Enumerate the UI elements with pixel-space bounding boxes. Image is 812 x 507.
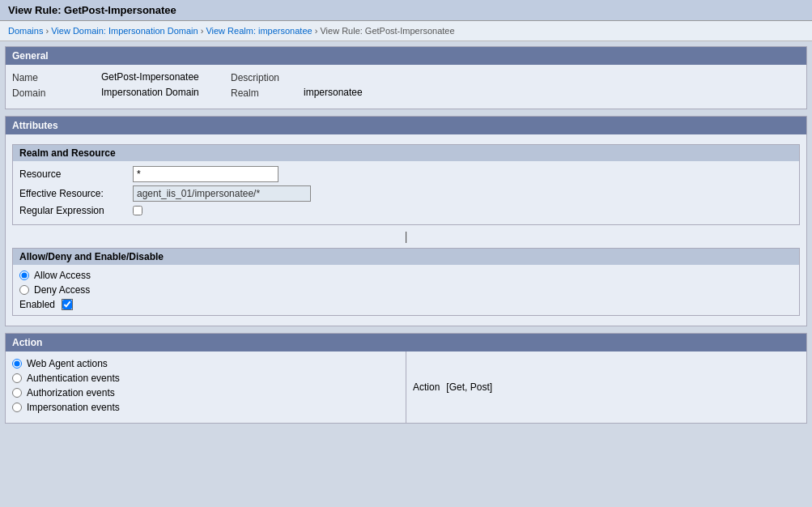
name-label: Name (12, 71, 101, 83)
impersonation-events-radio[interactable] (12, 403, 22, 412)
action-radio-row-2: Authorization events (12, 387, 399, 398)
regular-expression-row: Regular Expression (19, 205, 793, 216)
breadcrumb: Domains › View Domain: Impersonation Dom… (0, 21, 812, 41)
effective-resource-input[interactable] (133, 185, 311, 202)
breadcrumb-current: View Rule: GetPost-Impersonatee (320, 26, 454, 36)
resource-input[interactable] (133, 166, 278, 182)
breadcrumb-link-domains[interactable]: Domains (8, 26, 43, 36)
realm-value: impersonatee (304, 87, 363, 98)
web-agent-radio[interactable] (12, 359, 22, 369)
realm-resource-header: Realm and Resource (13, 145, 799, 161)
enabled-checkbox-container (62, 299, 73, 310)
general-header: General (6, 47, 806, 65)
auth-events-radio[interactable] (12, 373, 22, 383)
breadcrumb-link-realm[interactable]: View Realm: impersonatee (206, 26, 312, 36)
deny-access-label: Deny Access (34, 284, 90, 296)
title-bar: View Rule: GetPost-Impersonatee (0, 0, 812, 21)
enabled-label: Enabled (19, 299, 55, 310)
realm-resource-body: Resource Effective Resource: Regular Exp… (13, 161, 799, 224)
general-row-1: Name GetPost-Impersonatee Description (12, 71, 800, 83)
enabled-checkbox[interactable] (62, 300, 72, 309)
authz-events-radio[interactable] (12, 388, 22, 398)
action-section: Action Web Agent actions Authentication … (5, 333, 807, 424)
effective-resource-label: Effective Resource: (19, 188, 133, 199)
action-left: Web Agent actions Authentication events … (6, 351, 406, 423)
realm-label: Realm (231, 87, 304, 99)
impersonation-events-label: Impersonation events (27, 402, 120, 413)
main-content: General Name GetPost-Impersonatee Descri… (0, 41, 812, 435)
deny-access-radio[interactable] (19, 285, 29, 295)
action-radio-row-1: Authentication events (12, 373, 399, 384)
action-body: Web Agent actions Authentication events … (6, 351, 806, 423)
allow-access-row: Allow Access (19, 270, 793, 281)
action-header: Action (6, 334, 806, 351)
allow-access-radio[interactable] (19, 271, 29, 280)
allow-deny-header: Allow/Deny and Enable/Disable (13, 249, 799, 265)
general-section: General Name GetPost-Impersonatee Descri… (5, 46, 807, 109)
name-value: GetPost-Impersonatee (101, 71, 231, 83)
allow-deny-subsection: Allow/Deny and Enable/Disable Allow Acce… (12, 248, 800, 316)
authz-events-label: Authorization events (27, 387, 115, 398)
general-body: Name GetPost-Impersonatee Description Do… (6, 65, 806, 109)
action-right: Action [Get, Post] (406, 351, 806, 423)
general-row-2: Domain Impersonation Domain Realm impers… (12, 87, 800, 99)
resource-row: Resource (19, 166, 793, 182)
realm-resource-subsection: Realm and Resource Resource Effective Re… (12, 144, 800, 225)
title-text: View Rule: GetPost-Impersonatee (8, 4, 176, 16)
description-label: Description (231, 71, 304, 83)
action-value: [Get, Post] (446, 381, 492, 393)
action-radio-row-3: Impersonation events (12, 402, 399, 413)
attributes-section: Attributes Realm and Resource Resource E… (5, 116, 807, 326)
auth-events-label: Authentication events (27, 373, 120, 384)
web-agent-label: Web Agent actions (27, 358, 108, 369)
regular-expression-checkbox[interactable] (133, 206, 142, 215)
action-radio-row-0: Web Agent actions (12, 358, 399, 369)
attributes-header: Attributes (6, 117, 806, 134)
action-value-label: Action (413, 381, 440, 393)
breadcrumb-link-domain[interactable]: View Domain: Impersonation Domain (51, 26, 198, 36)
attributes-body: Realm and Resource Resource Effective Re… (6, 134, 806, 326)
allow-access-label: Allow Access (34, 270, 91, 281)
domain-value: Impersonation Domain (101, 87, 231, 98)
domain-label: Domain (12, 87, 101, 99)
cursor-symbol: | (405, 230, 408, 243)
regular-expression-label: Regular Expression (19, 205, 133, 216)
resource-label: Resource (19, 168, 133, 180)
deny-access-row: Deny Access (19, 284, 793, 296)
allow-deny-body: Allow Access Deny Access Enabled (13, 265, 799, 315)
effective-resource-row: Effective Resource: (19, 185, 793, 202)
cursor-area: | (12, 228, 800, 245)
enabled-row: Enabled (19, 299, 793, 310)
